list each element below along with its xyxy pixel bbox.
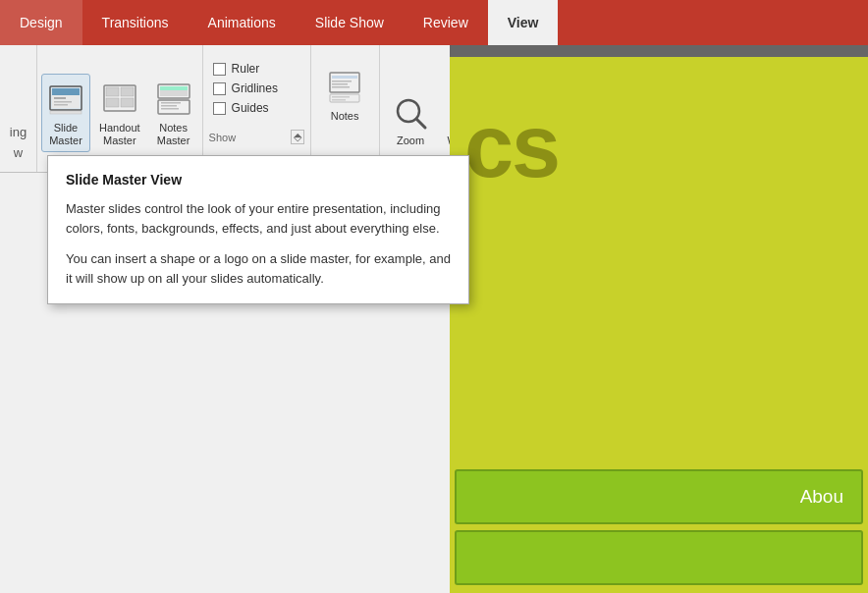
tab-slideshow[interactable]: Slide Show	[296, 0, 404, 45]
notes-button-label: Notes	[331, 110, 359, 123]
svg-rect-10	[106, 98, 119, 107]
handout-master-button[interactable]: HandoutMaster	[92, 74, 147, 152]
slide-area: cs Abou	[450, 45, 868, 593]
slide-canvas: cs Abou	[450, 57, 868, 593]
notes-group: Notes	[311, 45, 380, 172]
svg-rect-26	[332, 99, 346, 101]
ruler-checkbox-row[interactable]: Ruler	[213, 62, 300, 76]
svg-rect-8	[106, 87, 119, 96]
left-overflow: ing w	[0, 45, 37, 172]
zoom-icon	[393, 95, 428, 131]
svg-rect-3	[54, 97, 66, 99]
tab-view[interactable]: View	[488, 0, 559, 45]
notes-master-button[interactable]: NotesMaster	[149, 74, 198, 152]
slide-master-svg	[48, 82, 83, 118]
svg-rect-24	[330, 94, 359, 102]
svg-rect-11	[121, 98, 134, 107]
slide-button-1-label: Abou	[800, 486, 843, 508]
notes-master-svg	[156, 82, 191, 118]
tooltip-title: Slide Master View	[66, 172, 451, 188]
ruler-checkbox[interactable]	[213, 63, 226, 76]
svg-rect-6	[50, 111, 81, 114]
svg-rect-14	[160, 86, 188, 90]
svg-rect-9	[121, 87, 134, 96]
overflow-text-ing: ing	[10, 125, 27, 139]
slide-master-icon	[48, 82, 83, 118]
tab-design[interactable]: Design	[0, 0, 82, 45]
svg-rect-2	[52, 88, 80, 95]
tooltip-para-2: You can insert a shape or a logo on a sl…	[66, 249, 451, 288]
notes-button[interactable]: Notes	[315, 49, 374, 128]
svg-rect-23	[332, 86, 350, 88]
gridlines-label: Gridlines	[232, 81, 278, 95]
show-expand-icon[interactable]: ⬘	[291, 130, 304, 144]
svg-line-28	[416, 119, 425, 128]
slide-master-button[interactable]: SlideMaster	[41, 74, 90, 152]
svg-rect-18	[161, 108, 179, 110]
tooltip-para-1: Master slides control the look of your e…	[66, 199, 451, 238]
notes-svg	[327, 71, 362, 106]
svg-rect-5	[54, 104, 68, 106]
notes-master-label: NotesMaster	[157, 122, 190, 147]
svg-rect-22	[332, 83, 348, 85]
svg-rect-25	[332, 96, 350, 98]
zoom-svg	[393, 95, 428, 131]
svg-rect-4	[54, 101, 72, 103]
tab-bar: Design Transitions Animations Slide Show…	[0, 0, 868, 45]
svg-rect-20	[332, 76, 357, 79]
slide-button-2	[455, 530, 863, 585]
slide-master-label: SlideMaster	[49, 122, 82, 147]
show-checkboxes: Ruler Gridlines Guides	[207, 49, 306, 128]
handout-master-svg	[102, 82, 137, 118]
master-views-group: SlideMaster HandoutMaster	[37, 45, 203, 172]
guides-checkbox-row[interactable]: Guides	[213, 101, 300, 115]
handout-master-icon	[102, 82, 137, 118]
tooltip-popup: Slide Master View Master slides control …	[47, 155, 469, 304]
zoom-button[interactable]: Zoom	[384, 74, 438, 152]
show-label: Show	[209, 132, 237, 143]
slide-content-text: cs	[464, 96, 559, 197]
guides-checkbox[interactable]	[213, 102, 226, 115]
svg-rect-21	[332, 81, 352, 82]
show-group: Ruler Gridlines Guides Show ⬘	[203, 45, 311, 172]
gridlines-checkbox-row[interactable]: Gridlines	[213, 81, 300, 95]
svg-rect-16	[161, 102, 181, 104]
tab-animations[interactable]: Animations	[189, 0, 296, 45]
svg-rect-17	[161, 105, 177, 107]
notes-icon	[327, 71, 362, 106]
overflow-text-w: w	[14, 145, 23, 160]
tooltip-body: Master slides control the look of your e…	[66, 199, 451, 288]
gridlines-checkbox[interactable]	[213, 82, 226, 95]
guides-label: Guides	[232, 101, 269, 115]
zoom-button-label: Zoom	[397, 135, 424, 147]
ruler-label: Ruler	[232, 62, 260, 76]
tab-transitions[interactable]: Transitions	[82, 0, 189, 45]
slide-button-1: Abou	[455, 469, 863, 524]
handout-master-label: HandoutMaster	[99, 122, 140, 147]
notes-master-icon	[156, 82, 191, 118]
tab-review[interactable]: Review	[404, 0, 488, 45]
